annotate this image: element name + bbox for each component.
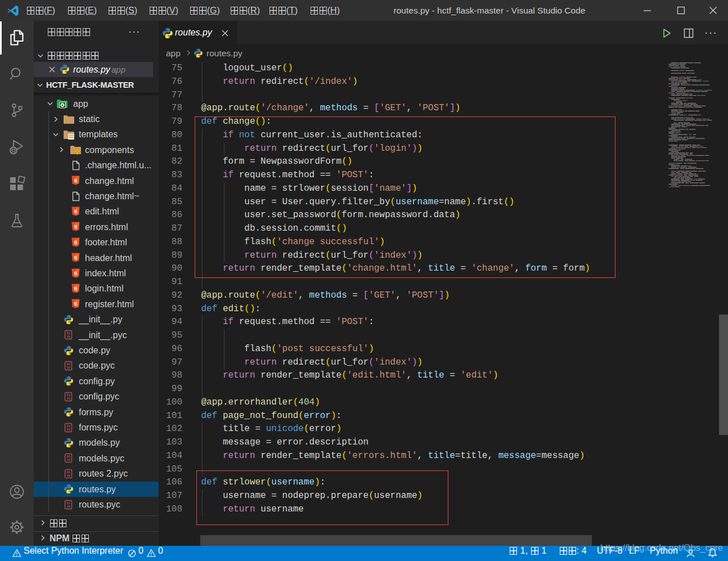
svg-text:5: 5 [74, 177, 78, 183]
svg-text:5: 5 [74, 300, 78, 307]
svg-text:5: 5 [74, 285, 78, 291]
svg-text:5: 5 [74, 223, 78, 230]
svg-text:10: 10 [66, 335, 70, 339]
svg-text:10: 10 [66, 366, 70, 370]
svg-text:10: 10 [66, 474, 70, 478]
svg-text:5: 5 [74, 208, 78, 214]
svg-text:5: 5 [74, 254, 78, 261]
svg-text:5: 5 [74, 270, 78, 276]
svg-text:10: 10 [66, 505, 70, 509]
svg-text:10: 10 [66, 458, 70, 462]
svg-text:5: 5 [74, 239, 78, 245]
svg-text:10: 10 [66, 428, 70, 432]
svg-text:10: 10 [66, 397, 70, 401]
